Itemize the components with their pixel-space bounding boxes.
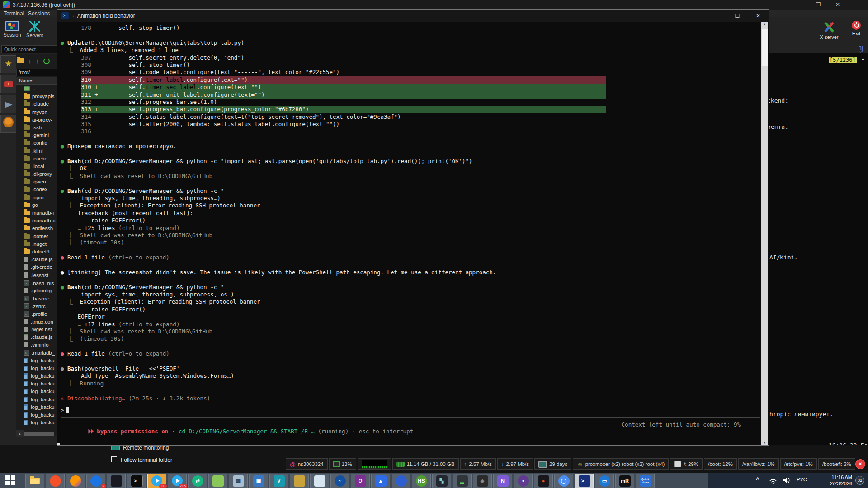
terminal-scrollbar[interactable]: ▲ ▼ — [761, 22, 768, 445]
file-item[interactable]: .codex — [16, 186, 57, 193]
sidebar-tab-favorites[interactable]: ★ — [0, 55, 16, 73]
terminal-content[interactable]: 178 self._stop_timer()● Update(D:\CODING… — [57, 22, 769, 445]
quick-utmo[interactable]: Quick utmo — [636, 474, 655, 488]
servers-button[interactable]: Servers — [24, 21, 45, 38]
n-purple-app[interactable]: N — [493, 474, 512, 488]
blue-monitor-app[interactable]: ▭ — [595, 474, 614, 488]
file-item[interactable]: .local — [16, 163, 57, 170]
terminal-minimize-button[interactable]: – — [706, 10, 727, 22]
x-server-button[interactable]: X server — [816, 21, 842, 40]
quick-connect-input[interactable]: Quick connect. — [1, 45, 57, 53]
menu-sessions[interactable]: Sessions — [28, 10, 50, 17]
minimize-button[interactable]: – — [792, 1, 806, 8]
file-item[interactable]: log_backu — [16, 388, 57, 395]
download-icon[interactable]: ↓ — [28, 58, 31, 65]
file-item[interactable]: log_backu — [16, 411, 57, 419]
start-button[interactable] — [5, 475, 15, 485]
sidebar-tab-sftp[interactable] — [0, 115, 16, 133]
powershell[interactable]: >_ — [575, 474, 594, 488]
tray-clock[interactable]: 11:16 AM 2/23/2026 — [814, 474, 852, 487]
3d-box-app[interactable]: ◆ — [473, 474, 492, 488]
file-item[interactable]: log_backu — [16, 372, 57, 380]
scrollbar-thumb[interactable] — [762, 29, 768, 66]
dark-bird-app[interactable]: ~ — [330, 474, 349, 488]
exit-button[interactable]: Exit — [848, 21, 864, 36]
file-item[interactable]: .ssh — [16, 124, 57, 131]
thunderbird-mail[interactable]: 2 — [86, 474, 105, 488]
file-item[interactable]: .di-proxy — [16, 170, 57, 178]
mremoteng[interactable]: mR — [615, 474, 634, 488]
file-item[interactable]: .bash_his — [16, 279, 57, 287]
file-item[interactable]: .zshrc — [16, 302, 57, 310]
frst-tool[interactable] — [107, 474, 126, 488]
heidisql[interactable]: HS — [412, 474, 431, 488]
telegram-1[interactable]: .30 — [147, 474, 166, 488]
file-item[interactable]: .npm — [16, 194, 57, 202]
notepad[interactable]: ≡ — [310, 474, 329, 488]
file-item[interactable]: .gitconfig — [16, 287, 57, 295]
file-item[interactable]: log_backu — [16, 365, 57, 372]
scroll-down-icon[interactable]: ▼ — [761, 441, 768, 444]
notepad-plus-plus[interactable] — [208, 474, 227, 488]
file-item[interactable]: myvpn — [16, 108, 57, 116]
notifications-icon[interactable]: 32 — [855, 476, 864, 485]
file-item[interactable]: .config — [16, 139, 57, 147]
blue-creature-app[interactable] — [392, 474, 410, 488]
follow-terminal-folder-checkbox[interactable]: Follow terminal folder — [111, 456, 172, 463]
file-item[interactable]: log_backu — [16, 380, 57, 388]
brave-browser[interactable] — [46, 474, 65, 488]
speaker-icon[interactable] — [782, 477, 791, 484]
wifi-icon[interactable] — [769, 477, 778, 484]
maximize-button[interactable]: ❐ — [811, 1, 825, 8]
blue-window-app[interactable]: ▣ — [249, 474, 268, 488]
refresh-icon[interactable] — [43, 58, 50, 64]
db-tools[interactable] — [290, 474, 309, 488]
menu-terminal[interactable]: Terminal — [4, 10, 24, 17]
telegram-2[interactable]: 715 — [168, 474, 187, 488]
terminal-close-button[interactable]: ✕ — [748, 10, 769, 22]
sidebar-tab-tools[interactable] — [0, 75, 16, 93]
firefox-browser[interactable] — [66, 474, 85, 488]
file-explorer[interactable] — [25, 474, 44, 488]
calculator[interactable]: ▦ — [229, 474, 248, 488]
file-item[interactable]: .mariadb_ — [16, 349, 57, 357]
scroll-up-icon[interactable]: ▲ — [761, 23, 768, 26]
cmd-terminal[interactable]: >_ — [127, 474, 146, 488]
file-item[interactable]: .profile — [16, 310, 57, 318]
chromium-browser[interactable]: ◯ — [554, 474, 573, 488]
file-item[interactable]: mariadb-c — [16, 217, 57, 225]
file-item[interactable]: .claude — [16, 100, 57, 108]
file-item[interactable]: .nuget — [16, 240, 57, 248]
prompt-row[interactable]: > — [61, 406, 69, 413]
sidebar-tab-sessions[interactable] — [0, 95, 16, 113]
horizontal-scrollbar[interactable] — [24, 432, 54, 436]
language-indicator[interactable]: РУС — [797, 477, 807, 482]
sync-app[interactable]: ⇄ — [188, 474, 207, 488]
terminal-maximize-button[interactable]: ☐ — [727, 10, 748, 22]
mobaxterm[interactable]: ▚ — [432, 474, 451, 488]
terminal-titlebar[interactable]: >_ · Animation field behavior – ☐ ✕ — [57, 10, 769, 22]
file-item[interactable]: proxyapis — [16, 93, 57, 100]
file-item[interactable]: .wget-hst — [16, 326, 57, 333]
file-item[interactable]: dotnet9 — [16, 248, 57, 256]
upload-icon[interactable]: ↑ — [36, 58, 39, 65]
photos-app[interactable]: ▲ — [371, 474, 390, 488]
teal-v-app[interactable]: V — [269, 474, 288, 488]
session-button[interactable]: Session — [2, 21, 23, 38]
file-item[interactable]: log_backu — [16, 396, 57, 404]
file-item[interactable]: .gemini — [16, 131, 57, 139]
file-item[interactable]: mariadb-i — [16, 209, 57, 217]
file-item[interactable]: .cache — [16, 155, 57, 163]
file-item[interactable]: .. — [16, 85, 57, 93]
file-item[interactable]: .git-crede — [16, 263, 57, 271]
github-desktop[interactable]: • — [514, 474, 533, 488]
purple-doc-app[interactable]: O — [351, 474, 370, 488]
file-item[interactable]: log_backu — [16, 419, 57, 427]
sftp-column-header[interactable]: Name — [16, 77, 57, 85]
figma[interactable]: ● — [534, 474, 553, 488]
monitor-stats-app[interactable]: ▂ — [453, 474, 472, 488]
file-item[interactable]: .claude.js — [16, 333, 57, 341]
file-item[interactable]: .kimi — [16, 147, 57, 155]
sftp-path-input[interactable]: /root/ — [16, 69, 57, 76]
file-item[interactable]: ai-proxy- — [16, 116, 57, 124]
